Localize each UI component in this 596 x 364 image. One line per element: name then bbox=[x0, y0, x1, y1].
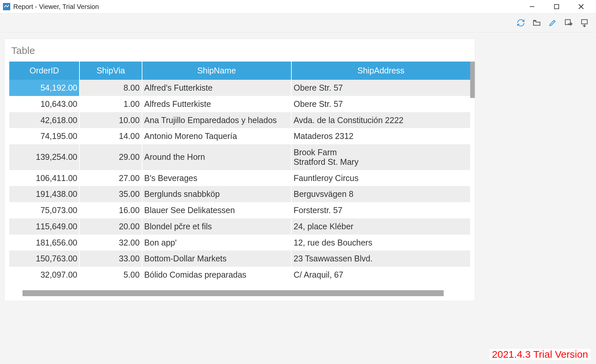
cell-shipvia[interactable]: 14.00 bbox=[79, 128, 142, 144]
titlebar: Report - Viewer, Trial Version bbox=[0, 0, 596, 13]
cell-shipvia[interactable]: 10.00 bbox=[79, 112, 142, 128]
maximize-button[interactable] bbox=[549, 1, 564, 12]
cell-orderid[interactable]: 115,649.00 bbox=[9, 218, 79, 235]
cell-shipvia[interactable]: 32.00 bbox=[79, 235, 142, 251]
cell-shipname[interactable]: Bottom-Dollar Markets bbox=[142, 250, 291, 267]
minimize-button[interactable] bbox=[524, 1, 540, 12]
cell-partial bbox=[142, 283, 291, 288]
titlebar-left: Report - Viewer, Trial Version bbox=[3, 3, 99, 11]
cell-shipvia[interactable]: 20.00 bbox=[79, 218, 142, 235]
cell-shipvia[interactable]: 5.00 bbox=[79, 267, 142, 283]
cell-orderid[interactable]: 181,656.00 bbox=[9, 235, 79, 251]
col-header-shipaddress[interactable]: ShipAddress bbox=[291, 62, 470, 80]
table-row[interactable]: 42,618.0010.00Ana Trujillo Emparedados y… bbox=[9, 112, 470, 128]
report-table-wrap: OrderID ShipVia ShipName ShipAddress 54,… bbox=[9, 62, 470, 288]
cell-orderid[interactable]: 75,073.00 bbox=[9, 202, 79, 218]
col-header-shipvia[interactable]: ShipVia bbox=[79, 62, 142, 80]
table-row[interactable]: 106,411.0027.00B's BeveragesFauntleroy C… bbox=[9, 170, 470, 186]
cell-shipvia[interactable]: 27.00 bbox=[79, 170, 142, 186]
trial-version-label: 2021.4.3 Trial Version bbox=[489, 349, 591, 360]
app-icon bbox=[3, 3, 11, 11]
refresh-icon[interactable] bbox=[514, 16, 528, 29]
workspace: Table OrderID ShipVia ShipName ShipAddre… bbox=[0, 32, 596, 364]
cell-shipaddress[interactable]: Mataderos 2312 bbox=[291, 128, 470, 144]
table-row[interactable]: 75,073.0016.00Blauer See DelikatessenFor… bbox=[9, 202, 470, 218]
toolbar bbox=[0, 13, 596, 32]
cell-shipaddress[interactable]: 23 Tsawwassen Blvd. bbox=[291, 250, 470, 267]
cell-orderid[interactable]: 74,195.00 bbox=[9, 128, 79, 144]
cell-partial bbox=[291, 283, 470, 288]
cell-shipname[interactable]: Bólido Comidas preparadas bbox=[142, 267, 291, 283]
table-row[interactable]: 74,195.0014.00Antonio Moreno TaqueríaMat… bbox=[9, 128, 470, 144]
cell-shipname[interactable]: Alfreds Futterkiste bbox=[142, 96, 291, 112]
table-row[interactable]: 115,649.0020.00Blondel pčre et fils24, p… bbox=[9, 218, 470, 235]
report-title: Table bbox=[11, 45, 470, 56]
cell-shipname[interactable]: Blondel pčre et fils bbox=[142, 218, 291, 235]
cell-shipaddress[interactable]: Obere Str. 57 bbox=[291, 96, 470, 112]
cell-shipaddress[interactable]: 12, rue des Bouchers bbox=[291, 235, 470, 251]
cell-shipvia[interactable]: 33.00 bbox=[79, 250, 142, 267]
cell-shipname[interactable]: Alfred's Futterkiste bbox=[142, 80, 291, 96]
cell-partial bbox=[79, 283, 142, 288]
cell-shipvia[interactable]: 8.00 bbox=[79, 80, 142, 96]
cell-shipvia[interactable]: 16.00 bbox=[79, 202, 142, 218]
vertical-scrollbar-thumb[interactable] bbox=[470, 62, 475, 98]
window-controls bbox=[524, 1, 595, 12]
svg-rect-7 bbox=[581, 20, 587, 24]
cell-shipvia[interactable]: 29.00 bbox=[79, 144, 142, 170]
table-row[interactable]: 10,643.001.00Alfreds FutterkisteObere St… bbox=[9, 96, 470, 112]
cell-shipaddress[interactable]: C/ Araquil, 67 bbox=[291, 267, 470, 283]
table-row[interactable]: 139,254.0029.00Around the HornBrook Farm… bbox=[9, 144, 470, 170]
window-title: Report - Viewer, Trial Version bbox=[13, 3, 99, 11]
col-header-orderid[interactable]: OrderID bbox=[9, 62, 79, 80]
cell-orderid[interactable]: 54,192.00 bbox=[9, 80, 79, 96]
col-header-shipname[interactable]: ShipName bbox=[142, 62, 291, 80]
cell-shipname[interactable]: Bon app' bbox=[142, 235, 291, 251]
table-row-partial bbox=[9, 283, 470, 288]
cell-shipaddress[interactable]: 24, place Kléber bbox=[291, 218, 470, 235]
table-row[interactable]: 150,763.0033.00Bottom-Dollar Markets23 T… bbox=[9, 250, 470, 267]
report-table[interactable]: OrderID ShipVia ShipName ShipAddress 54,… bbox=[9, 62, 470, 288]
cell-shipname[interactable]: Berglunds snabbköp bbox=[142, 186, 291, 202]
cell-shipaddress[interactable]: Brook Farm Stratford St. Mary bbox=[291, 144, 470, 170]
report-page: Table OrderID ShipVia ShipName ShipAddre… bbox=[5, 39, 475, 301]
cell-shipvia[interactable]: 1.00 bbox=[79, 96, 142, 112]
table-header-row[interactable]: OrderID ShipVia ShipName ShipAddress bbox=[9, 62, 470, 80]
horizontal-scrollbar[interactable] bbox=[9, 290, 470, 296]
cell-shipvia[interactable]: 35.00 bbox=[79, 186, 142, 202]
edit-pencil-icon[interactable] bbox=[546, 16, 560, 29]
table-row[interactable]: 191,438.0035.00Berglunds snabbköpBerguvs… bbox=[9, 186, 470, 202]
export-icon[interactable] bbox=[562, 16, 575, 29]
cell-partial bbox=[9, 283, 79, 288]
cell-shipname[interactable]: Around the Horn bbox=[142, 144, 291, 170]
print-icon[interactable] bbox=[577, 16, 591, 29]
cell-orderid[interactable]: 10,643.00 bbox=[9, 96, 79, 112]
cell-shipname[interactable]: B's Beverages bbox=[142, 170, 291, 186]
cell-orderid[interactable]: 139,254.00 bbox=[9, 144, 79, 170]
open-folder-icon[interactable] bbox=[530, 16, 544, 29]
vertical-scrollbar[interactable] bbox=[470, 62, 475, 288]
table-row[interactable]: 32,097.005.00Bólido Comidas preparadasC/… bbox=[9, 267, 470, 283]
cell-orderid[interactable]: 32,097.00 bbox=[9, 267, 79, 283]
svg-rect-2 bbox=[555, 5, 559, 9]
cell-shipaddress[interactable]: Berguvsvägen 8 bbox=[291, 186, 470, 202]
cell-shipaddress[interactable]: Fauntleroy Circus bbox=[291, 170, 470, 186]
cell-shipaddress[interactable]: Avda. de la Constitución 2222 bbox=[291, 112, 470, 128]
table-row[interactable]: 181,656.0032.00Bon app'12, rue des Bouch… bbox=[9, 235, 470, 251]
cell-shipaddress[interactable]: Obere Str. 57 bbox=[291, 80, 470, 96]
table-row[interactable]: 54,192.008.00Alfred's FutterkisteObere S… bbox=[9, 80, 470, 96]
cell-orderid[interactable]: 191,438.00 bbox=[9, 186, 79, 202]
cell-shipname[interactable]: Ana Trujillo Emparedados y helados bbox=[142, 112, 291, 128]
cell-shipname[interactable]: Blauer See Delikatessen bbox=[142, 202, 291, 218]
cell-shipname[interactable]: Antonio Moreno Taquería bbox=[142, 128, 291, 144]
horizontal-scrollbar-thumb[interactable] bbox=[23, 290, 444, 296]
cell-orderid[interactable]: 106,411.00 bbox=[9, 170, 79, 186]
cell-orderid[interactable]: 42,618.00 bbox=[9, 112, 79, 128]
cell-orderid[interactable]: 150,763.00 bbox=[9, 250, 79, 267]
cell-shipaddress[interactable]: Forsterstr. 57 bbox=[291, 202, 470, 218]
close-button[interactable] bbox=[573, 1, 589, 12]
